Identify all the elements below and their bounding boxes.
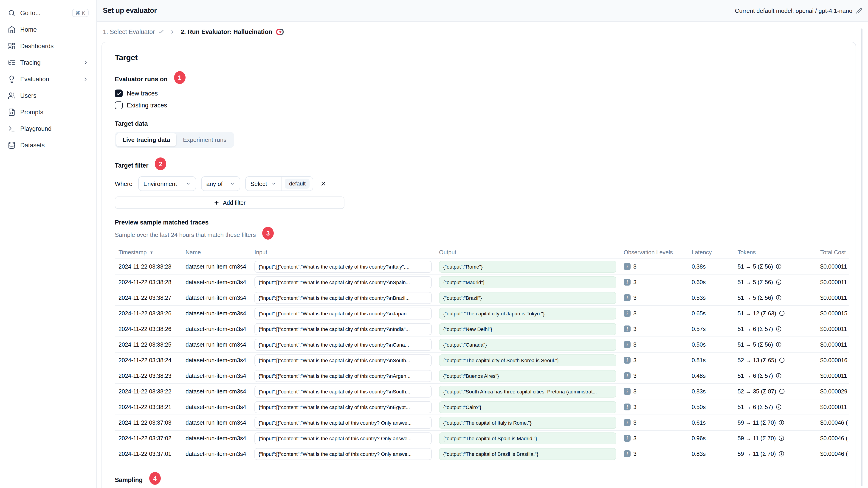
output-preview-box[interactable]: {"output":"Madrid"} [439,276,616,288]
timestamp-cell: 2024-11-22 03:38:21 [115,404,182,410]
total-cost-cell: $0.00046 ( [816,435,849,442]
info-badge-icon: i [624,357,630,364]
output-preview-box[interactable]: {"output":"Brazil"} [439,292,616,304]
close-icon [320,181,327,187]
sidebar-item[interactable]: Prompts [4,104,93,120]
edit-pencil-icon[interactable] [856,7,862,13]
input-preview-box[interactable]: {"input":[{"content":"What is the capita… [254,401,432,413]
column-header-name[interactable]: Name [182,249,251,256]
column-header-latency[interactable]: Latency [688,249,734,256]
table-row[interactable]: 2024-11-22 03:38:25 dataset-run-item-cm3… [115,336,849,352]
info-circle-icon[interactable] [779,357,785,363]
table-row[interactable]: 2024-11-22 03:37:03 dataset-run-item-cm3… [115,415,849,430]
sidebar-item-label: Users [20,92,36,99]
column-header-output[interactable]: Output [435,249,620,256]
info-circle-icon[interactable] [776,341,782,348]
tracing-icon [8,59,16,66]
column-header-timestamp[interactable]: Timestamp ▼ [115,249,182,256]
input-preview-box[interactable]: {"input":[{"content":"What is the capita… [254,276,432,288]
info-circle-icon[interactable] [778,451,784,457]
checkbox-row[interactable]: New traces [115,90,849,97]
name-cell: dataset-run-item-cm3s4 [182,451,251,457]
table-row[interactable]: 2024-11-22 03:38:26 dataset-run-item-cm3… [115,321,849,336]
column-header-tokens[interactable]: Tokens [734,249,816,256]
info-circle-icon[interactable] [776,295,782,301]
timestamp-cell: 2024-11-22 03:38:22 [115,388,182,395]
vertical-scrollbar[interactable] [861,29,863,486]
latency-cell: 0.83s [688,388,734,395]
output-preview-box[interactable]: {"output":"Canada"} [439,338,616,351]
output-preview-box[interactable]: {"output":"The capital city of Japan is … [439,307,616,319]
checkbox[interactable] [115,101,123,109]
output-preview-box[interactable]: {"output":"The capital city of South Kor… [439,354,616,366]
table-row[interactable]: 2024-11-22 03:37:01 dataset-run-item-cm3… [115,446,849,461]
remove-filter-button[interactable] [319,180,328,188]
column-header-observation-levels[interactable]: Observation Levels [620,249,688,256]
table-row[interactable]: 2024-11-22 03:38:24 dataset-run-item-cm3… [115,352,849,368]
sidebar-item[interactable]: Evaluation [4,71,93,87]
sidebar-item[interactable]: Playground [4,120,93,137]
input-preview-box[interactable]: {"input":[{"content":"What is the capita… [254,338,432,351]
output-preview-box[interactable]: {"output":"The capital of Brazil is Bras… [439,448,616,460]
input-preview-box[interactable]: {"input":[{"content":"What is the capita… [254,417,432,428]
table-body: 2024-11-22 03:38:28 dataset-run-item-cm3… [115,258,849,461]
info-badge-icon: i [624,279,630,286]
output-preview-box[interactable]: {"output":"Rome"} [439,261,616,272]
sidebar-item[interactable]: Tracing [4,54,93,71]
info-circle-icon[interactable] [776,279,782,285]
output-preview-box[interactable]: {"output":"New Delhi"} [439,323,616,335]
timestamp-cell: 2024-11-22 03:37:03 [115,419,182,426]
input-preview-box[interactable]: {"input":[{"content":"What is the capita… [254,307,432,319]
observation-levels-cell: i 3 [620,435,688,442]
table-row[interactable]: 2024-11-22 03:38:22 dataset-run-item-cm3… [115,383,849,399]
target-data-tab[interactable]: Live tracing data [116,133,177,147]
output-preview-box[interactable]: {"output":"South Africa has three capita… [439,385,616,397]
info-circle-icon[interactable] [776,404,782,410]
filter-operator-select[interactable]: any of [202,176,241,191]
sidebar-item[interactable]: Dashboards [4,38,93,54]
output-preview-box[interactable]: {"output":"Cairo"} [439,401,616,413]
checkbox[interactable] [115,90,123,97]
table-row[interactable]: 2024-11-22 03:38:23 dataset-run-item-cm3… [115,368,849,383]
column-header-input[interactable]: Input [251,249,435,256]
checkbox-row[interactable]: Existing traces [115,101,849,109]
table-row[interactable]: 2024-11-22 03:38:28 dataset-run-item-cm3… [115,258,849,274]
filter-column-select[interactable]: Environment [138,176,196,191]
input-preview-box[interactable]: {"input":[{"content":"What is the capita… [254,323,432,335]
input-preview-box[interactable]: {"input":[{"content":"What is the capita… [254,261,432,272]
info-circle-icon[interactable] [779,310,785,316]
info-badge-icon: i [624,372,630,379]
input-preview-box[interactable]: {"input":[{"content":"What is the capita… [254,370,432,382]
info-circle-icon[interactable] [778,435,784,441]
output-preview-box[interactable]: {"output":"The capital of Italy is Rome.… [439,417,616,428]
table-row[interactable]: 2024-11-22 03:38:28 dataset-run-item-cm3… [115,274,849,290]
info-circle-icon[interactable] [779,388,785,394]
sidebar-item[interactable]: Home [4,21,93,38]
table-row[interactable]: 2024-11-22 03:38:26 dataset-run-item-cm3… [115,305,849,321]
input-preview-box[interactable]: {"input":[{"content":"What is the capita… [254,385,432,397]
output-preview-box[interactable]: {"output":"Buenos Aires"} [439,370,616,382]
info-circle-icon[interactable] [778,420,784,426]
input-preview-box[interactable]: {"input":[{"content":"What is the capita… [254,448,432,460]
observation-levels-cell: i 3 [620,450,688,457]
step-run-evaluator[interactable]: 2. Run Evaluator: Hallucination [181,28,284,36]
info-circle-icon[interactable] [776,326,782,332]
sidebar-item[interactable]: Datasets [4,137,93,153]
table-row[interactable]: 2024-11-22 03:38:27 dataset-run-item-cm3… [115,290,849,305]
table-row[interactable]: 2024-11-22 03:38:21 dataset-run-item-cm3… [115,399,849,415]
filter-value-select[interactable]: Select default [246,176,313,191]
info-circle-icon[interactable] [776,373,782,379]
sidebar-item[interactable]: Go to... ⌘ K [4,5,93,21]
input-preview-box[interactable]: {"input":[{"content":"What is the capita… [254,432,432,444]
info-circle-icon[interactable] [776,263,782,269]
table-row[interactable]: 2024-11-22 03:37:02 dataset-run-item-cm3… [115,430,849,446]
add-filter-button[interactable]: Add filter [115,196,344,209]
target-data-tab[interactable]: Experiment runs [177,133,233,147]
output-cell: {"output":"Canada"} [435,338,620,351]
output-preview-box[interactable]: {"output":"The capital of Spain is Madri… [439,432,616,444]
step-select-evaluator[interactable]: 1. Select Evaluator [103,28,165,35]
column-header-total-cost[interactable]: Total Cost [816,249,849,256]
input-preview-box[interactable]: {"input":[{"content":"What is the capita… [254,354,432,366]
sidebar-item[interactable]: Users [4,87,93,104]
input-preview-box[interactable]: {"input":[{"content":"What is the capita… [254,292,432,304]
